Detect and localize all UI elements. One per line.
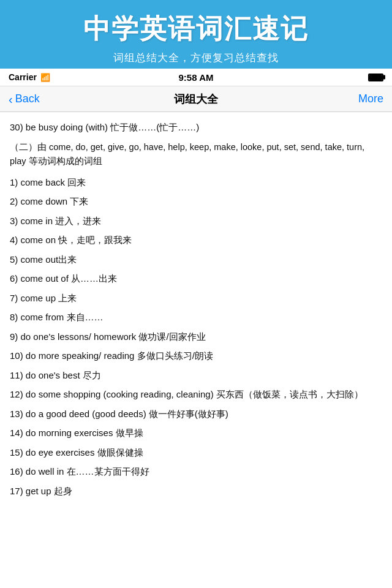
list-item: 17) get up 起身 bbox=[10, 482, 382, 500]
content-area[interactable]: 30) be busy doing (with) 忙于做……(忙于……) （二）… bbox=[0, 112, 392, 588]
list-item: 10) do more speaking/ reading 多做口头练习/朗读 bbox=[10, 347, 382, 365]
list-item: 15) do eye exercises 做眼保健操 bbox=[10, 443, 382, 462]
battery-icon bbox=[368, 74, 383, 81]
list-item: 1) come back 回来 bbox=[10, 173, 382, 192]
list-item: 13) do a good deed (good deeds) 做一件好事(做好… bbox=[10, 405, 382, 423]
list-item: 2) come down 下来 bbox=[10, 192, 382, 211]
nav-bar: ‹ Back 词组大全 More bbox=[0, 86, 392, 112]
list-item: 5) come out出来 bbox=[10, 251, 382, 269]
status-bar: Carrier 📶 9:58 AM bbox=[0, 69, 392, 86]
list-item: 12) do some shopping (cooking reading, c… bbox=[10, 385, 382, 404]
top-item: 30) be busy doing (with) 忙于做……(忙于……) bbox=[10, 118, 382, 137]
list-item: 8) come from 来自…… bbox=[10, 308, 382, 326]
list-item: 7) come up 上来 bbox=[10, 289, 382, 307]
app-title: 中学英语词汇速记 bbox=[6, 11, 386, 47]
carrier-label: Carrier bbox=[9, 72, 37, 82]
wifi-icon: 📶 bbox=[40, 73, 50, 82]
list-item: 3) come in 进入，进来 bbox=[10, 212, 382, 230]
status-time: 9:58 AM bbox=[179, 72, 214, 83]
back-chevron-icon: ‹ bbox=[9, 93, 13, 105]
list-item: 11) do one's best 尽力 bbox=[10, 366, 382, 385]
status-left: Carrier 📶 bbox=[9, 72, 50, 82]
content-list: 1) come back 回来2) come down 下来3) come in… bbox=[10, 173, 382, 500]
app-header: 中学英语词汇速记 词组总结大全，方便复习总结查找 bbox=[0, 0, 392, 69]
back-label: Back bbox=[15, 92, 40, 105]
list-item: 6) come out of 从……出来 bbox=[10, 270, 382, 288]
more-button[interactable]: More bbox=[358, 92, 383, 105]
list-item: 4) come on 快，走吧，跟我来 bbox=[10, 231, 382, 249]
status-right bbox=[368, 74, 383, 81]
back-button[interactable]: ‹ Back bbox=[9, 92, 40, 105]
list-item: 16) do well in 在……某方面干得好 bbox=[10, 462, 382, 481]
list-item: 14) do morning exercises 做早操 bbox=[10, 424, 382, 442]
battery-fill bbox=[369, 75, 382, 80]
app-subtitle: 词组总结大全，方便复习总结查找 bbox=[6, 51, 386, 65]
list-item: 9) do one's lessons/ homework 做功课/回家作业 bbox=[10, 328, 382, 346]
nav-title: 词组大全 bbox=[174, 92, 218, 107]
section-header: （二）由 come, do, get, give, go, have, help… bbox=[10, 140, 382, 168]
